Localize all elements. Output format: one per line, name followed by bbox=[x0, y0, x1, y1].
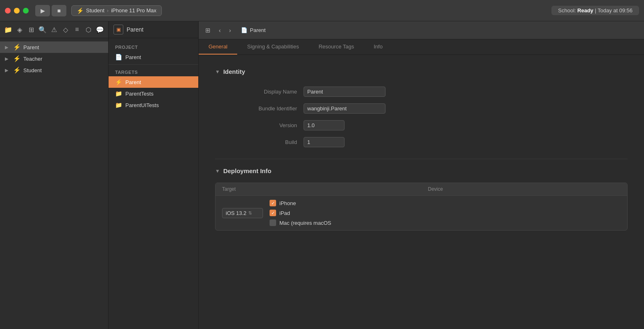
proj-item-parent-project[interactable]: 📄 Parent bbox=[109, 51, 198, 63]
deployment-table-row: iOS 13.2 ⇅ ✓ iPhone ✓ iPad bbox=[215, 196, 627, 230]
build-row: Build bbox=[215, 134, 628, 151]
breadcrumb-label: Parent bbox=[250, 27, 265, 33]
identity-section-title: ▼ Identity bbox=[215, 68, 628, 75]
maximize-button[interactable] bbox=[23, 8, 29, 14]
device-item-ipad: ✓ iPad bbox=[270, 210, 621, 216]
nav-forward-btn[interactable]: › bbox=[226, 24, 234, 36]
bundle-id-label: Bundle Identifier bbox=[215, 105, 297, 112]
tab-signing[interactable]: Signing & Capabilities bbox=[237, 39, 308, 55]
nav-search-btn[interactable]: 🔍 bbox=[38, 24, 48, 35]
minimize-button[interactable] bbox=[14, 8, 20, 14]
tab-general[interactable]: General bbox=[199, 39, 237, 55]
target-icon: ⚡ bbox=[115, 79, 122, 85]
section-header-targets: TARGETS bbox=[109, 66, 198, 76]
scheme-icon: ⚡ bbox=[77, 7, 84, 14]
deployment-table-header: Target Device bbox=[215, 183, 627, 196]
display-name-label: Display Name bbox=[215, 89, 297, 95]
main-tabs: General Signing & Capabilities Resource … bbox=[199, 39, 644, 55]
ios-version-selector[interactable]: iOS 13.2 ⇅ bbox=[222, 208, 263, 218]
proj-item-parent-ui-tests[interactable]: 📁 ParentUITests bbox=[109, 99, 198, 111]
deployment-label: Deployment Info bbox=[223, 167, 272, 174]
settings-divider bbox=[215, 159, 628, 159]
scheme-selector[interactable]: ⚡ Student › iPhone 11 Pro Max bbox=[71, 5, 162, 16]
doc-icon: 📄 bbox=[115, 54, 122, 60]
proj-nav-icon: ▣ bbox=[113, 25, 123, 34]
section-header-project: PROJECT bbox=[109, 41, 198, 51]
chevron-right-icon: ▶ bbox=[5, 68, 11, 73]
chevron-right-icon: ▶ bbox=[5, 56, 11, 62]
tab-resource-tags[interactable]: Resource Tags bbox=[309, 39, 364, 55]
target-header: Target bbox=[215, 183, 422, 195]
file-label-parent: Parent bbox=[23, 44, 39, 50]
device-item-iphone: ✓ iPhone bbox=[270, 200, 621, 206]
proj-item-parent-tests[interactable]: 📁 ParentTests bbox=[109, 88, 198, 99]
device-name: iPhone 11 Pro Max bbox=[111, 7, 156, 14]
ipad-checkbox[interactable]: ✓ bbox=[270, 210, 276, 216]
settings-panel: ▼ Identity Display Name Bundle Identifie… bbox=[199, 55, 644, 329]
proj-item-tests-label: ParentTests bbox=[125, 91, 154, 97]
nav-folder-btn[interactable]: 📁 bbox=[3, 24, 13, 35]
triangle-icon: ▼ bbox=[215, 69, 220, 75]
proj-item-target-label: Parent bbox=[125, 79, 141, 85]
file-item-teacher[interactable]: ▶ ⚡ Teacher bbox=[0, 53, 108, 64]
build-label: Build bbox=[215, 139, 297, 145]
run-button[interactable]: ▶ bbox=[35, 5, 50, 16]
proj-nav-body: PROJECT 📄 Parent TARGETS ⚡ Parent 📁 Pare… bbox=[109, 38, 198, 329]
bundle-id-row: Bundle Identifier bbox=[215, 100, 628, 117]
device-item-mac: Mac (requires macOS bbox=[270, 219, 621, 226]
device-header: Device bbox=[422, 183, 628, 195]
status-time: | Today at 09:56 bbox=[595, 7, 633, 14]
main-content: 📁 ◈ ⊞ 🔍 ⚠ ◇ ≡ ⬡ 💬 ▶ ⚡ Parent ▶ ⚡ Teacher… bbox=[0, 21, 644, 329]
nav-find-btn[interactable]: ⊞ bbox=[26, 24, 36, 35]
nav-test-btn[interactable]: ◇ bbox=[61, 24, 70, 35]
folder-icon: 📁 bbox=[115, 102, 122, 108]
ios-version-label: iOS 13.2 bbox=[226, 210, 247, 216]
display-name-row: Display Name bbox=[215, 83, 628, 100]
content-area: ▼ Identity Display Name Bundle Identifie… bbox=[199, 55, 644, 329]
file-item-parent[interactable]: ▶ ⚡ Parent bbox=[0, 41, 108, 53]
ipad-label: iPad bbox=[279, 210, 290, 216]
file-label-student: Student bbox=[23, 67, 42, 73]
tabs-bar: ⊞ ‹ › 📄 Parent bbox=[199, 21, 644, 39]
version-input[interactable] bbox=[304, 120, 345, 130]
stepper-icon: ⇅ bbox=[248, 210, 252, 216]
folder-icon: 📁 bbox=[115, 90, 122, 97]
file-navigator: 📁 ◈ ⊞ 🔍 ⚠ ◇ ≡ ⬡ 💬 ▶ ⚡ Parent ▶ ⚡ Teacher… bbox=[0, 21, 109, 329]
section-divider bbox=[109, 64, 198, 65]
chevron-right-icon: ▶ bbox=[5, 45, 11, 50]
editor-area: ⊞ ‹ › 📄 Parent General Signing & Capabil… bbox=[199, 21, 644, 329]
bundle-id-input[interactable] bbox=[304, 103, 385, 114]
proj-item-parent-target[interactable]: ⚡ Parent bbox=[109, 76, 198, 88]
nav-breakpoint-btn[interactable]: ⬡ bbox=[84, 24, 93, 35]
scheme-name: Student bbox=[86, 7, 104, 14]
file-label-teacher: Teacher bbox=[23, 56, 42, 62]
version-row: Version bbox=[215, 117, 628, 134]
status-label: School: bbox=[558, 7, 576, 14]
device-list: ✓ iPhone ✓ iPad Mac (requires macOS bbox=[270, 200, 621, 226]
app-icon: ⚡ bbox=[13, 55, 21, 62]
display-name-input[interactable] bbox=[304, 87, 385, 97]
nav-symbol-btn[interactable]: ◈ bbox=[15, 24, 25, 35]
tab-signing-label: Signing & Capabilities bbox=[247, 43, 299, 50]
file-tree: ▶ ⚡ Parent ▶ ⚡ Teacher ▶ ⚡ Student bbox=[0, 38, 108, 329]
file-item-student[interactable]: ▶ ⚡ Student bbox=[0, 64, 108, 76]
breadcrumb-icon: 📄 bbox=[241, 27, 247, 33]
nav-back-btn[interactable]: ‹ bbox=[215, 24, 224, 36]
mac-label: Mac (requires macOS bbox=[279, 220, 331, 226]
traffic-lights bbox=[5, 8, 29, 14]
close-button[interactable] bbox=[5, 8, 11, 14]
nav-debug-btn[interactable]: ≡ bbox=[72, 24, 82, 35]
nav-report-btn[interactable]: 💬 bbox=[95, 24, 105, 35]
nav-issue-btn[interactable]: ⚠ bbox=[49, 24, 59, 35]
stop-button[interactable]: ■ bbox=[52, 5, 66, 16]
deployment-section-title: ▼ Deployment Info bbox=[215, 167, 628, 174]
mac-checkbox[interactable] bbox=[270, 219, 276, 226]
proj-item-ui-tests-label: ParentUITests bbox=[125, 102, 159, 108]
version-label: Version bbox=[215, 122, 297, 128]
deployment-table: Target Device iOS 13.2 ⇅ ✓ iPhone bbox=[215, 183, 628, 231]
identity-label: Identity bbox=[223, 68, 245, 75]
build-input[interactable] bbox=[304, 137, 345, 147]
tab-info[interactable]: Info bbox=[364, 39, 392, 55]
iphone-checkbox[interactable]: ✓ bbox=[270, 200, 276, 206]
nav-grid-btn[interactable]: ⊞ bbox=[202, 24, 214, 37]
